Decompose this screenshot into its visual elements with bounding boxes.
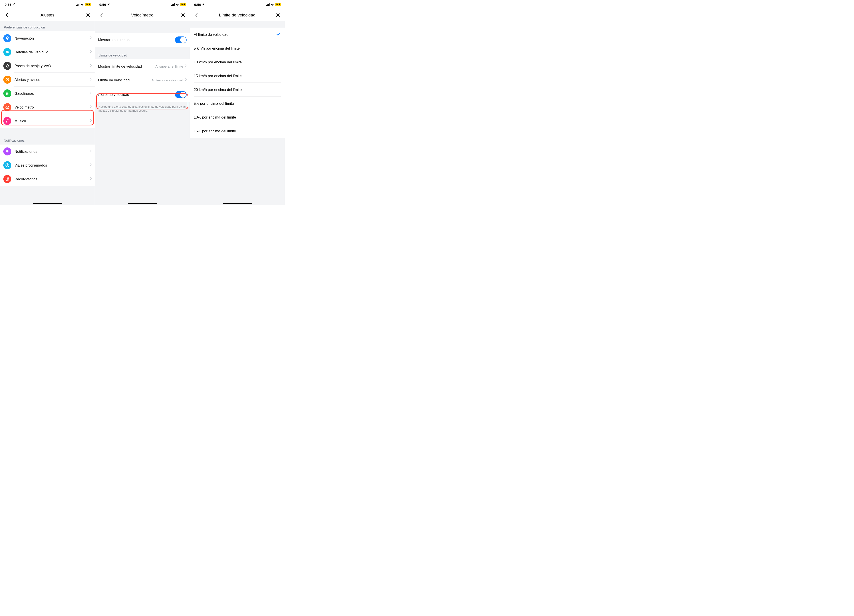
option-item[interactable]: 10 km/h por encima del límite: [190, 55, 285, 69]
location-icon: [202, 3, 204, 6]
clock-icon: [3, 161, 11, 169]
list-item[interactable]: Velocímetro: [0, 100, 95, 114]
option-label: 15 km/h por encima del límite: [194, 74, 242, 78]
chevron-right-icon: [90, 36, 92, 40]
chevron-right-icon: [90, 78, 92, 82]
row-value: Al límite de velocidad: [152, 78, 183, 82]
check-icon: [276, 32, 281, 37]
list-item-label: Navegación: [14, 36, 90, 40]
chevron-right-icon: [90, 177, 92, 181]
list-item-label: Detalles del vehículo: [14, 50, 90, 54]
toggle-show-on-map[interactable]: [175, 37, 187, 43]
gauge-icon: [3, 103, 11, 111]
chevron-right-icon: [185, 64, 187, 68]
diamond-icon: [3, 62, 11, 70]
back-button[interactable]: [3, 12, 11, 19]
wifi-icon: [80, 3, 84, 6]
option-label: 10% por encima del límite: [194, 115, 236, 119]
status-time: 9:56: [194, 3, 201, 6]
status-bar: 9:56 58: [0, 0, 95, 9]
map-icon: [3, 34, 11, 42]
nav-header: Ajustes: [0, 9, 95, 21]
close-button[interactable]: [274, 12, 282, 19]
bell-icon: [3, 148, 11, 156]
home-indicator[interactable]: [223, 203, 252, 204]
row-label: Alerta de velocidad: [98, 93, 175, 97]
screen-ajustes: 9:56 58 Ajustes Preferencias de conducci…: [0, 0, 95, 205]
list-item-label: Viajes programados: [14, 163, 90, 168]
svg-point-1: [7, 79, 8, 80]
section-header-driving: Preferencias de conducción: [0, 21, 95, 31]
chevron-right-icon: [90, 119, 92, 123]
battery-indicator: 58: [275, 3, 281, 6]
screen-limite: 9:56 58 Límite de velocidad Al límite de…: [190, 0, 285, 205]
list-item[interactable]: Detalles del vehículo: [0, 45, 95, 59]
option-label: Al límite de velocidad: [194, 32, 229, 37]
page-title: Límite de velocidad: [200, 13, 274, 18]
row-speed-alert[interactable]: Alerta de velocidad: [95, 87, 190, 102]
target-icon: [3, 76, 11, 84]
list-item[interactable]: Navegación: [0, 31, 95, 45]
list-item-label: Pases de peaje y VAO: [14, 64, 90, 68]
alarm-icon: [3, 175, 11, 183]
cellular-icon: [76, 3, 79, 6]
row-show-speed-limit[interactable]: Mostrar límite de velocidad Al superar e…: [95, 59, 190, 73]
fuel-icon: [3, 89, 11, 98]
option-item[interactable]: Al límite de velocidad: [190, 27, 285, 41]
battery-indicator: 58: [180, 3, 186, 6]
section-header-notifs: Notificaciones: [0, 134, 95, 145]
list-item[interactable]: Viajes programados: [0, 159, 95, 172]
nav-header: Límite de velocidad: [190, 9, 285, 21]
wifi-icon: [270, 3, 274, 6]
location-icon: [107, 3, 110, 6]
list-item-label: Velocímetro: [14, 105, 90, 110]
option-item[interactable]: 20 km/h por encima del límite: [190, 83, 285, 96]
page-title: Velocímetro: [105, 13, 180, 18]
section-header-limit: Límite de velocidad: [95, 47, 190, 59]
speed-limit-options: Al límite de velocidad5 km/h por encima …: [190, 27, 285, 138]
chevron-right-icon: [90, 105, 92, 109]
cellular-icon: [266, 3, 270, 6]
option-label: 15% por encima del límite: [194, 129, 236, 133]
chevron-right-icon: [90, 163, 92, 167]
row-label: Mostrar límite de velocidad: [98, 64, 156, 69]
list-item-label: Alertas y avisos: [14, 78, 90, 82]
notifications-list: NotificacionesViajes programadosRecordat…: [0, 145, 95, 186]
row-speed-limit-value[interactable]: Límite de velocidad Al límite de velocid…: [95, 73, 190, 87]
row-show-on-map[interactable]: Mostrar en el mapa: [95, 33, 190, 47]
back-button[interactable]: [98, 12, 105, 19]
list-item-label: Recordatorios: [14, 177, 90, 181]
status-time: 9:56: [5, 3, 11, 6]
footnote: Recibe una alerta cuando alcances el lím…: [95, 102, 190, 115]
list-item[interactable]: Alertas y avisos: [0, 73, 95, 87]
close-button[interactable]: [84, 12, 92, 19]
close-button[interactable]: [180, 12, 187, 19]
wifi-icon: [175, 3, 179, 6]
home-indicator[interactable]: [33, 203, 62, 204]
list-item[interactable]: Pases de peaje y VAO: [0, 59, 95, 73]
chevron-right-icon: [90, 64, 92, 68]
battery-indicator: 58: [85, 3, 91, 6]
chevron-right-icon: [90, 91, 92, 95]
option-item[interactable]: 15% por encima del límite: [190, 124, 285, 138]
home-indicator[interactable]: [128, 203, 157, 204]
toggle-speed-alert[interactable]: [175, 91, 187, 98]
option-item[interactable]: 5 km/h por encima del límite: [190, 41, 285, 55]
row-label: Límite de velocidad: [98, 78, 152, 82]
row-label: Mostrar en el mapa: [98, 38, 175, 42]
option-label: 5 km/h por encima del límite: [194, 46, 239, 50]
music-icon: [3, 117, 11, 125]
option-item[interactable]: 15 km/h por encima del límite: [190, 69, 285, 83]
page-title: Ajustes: [11, 13, 84, 18]
list-item[interactable]: Notificaciones: [0, 145, 95, 159]
list-item-label: Música: [14, 119, 90, 123]
list-item[interactable]: Recordatorios: [0, 172, 95, 186]
list-item[interactable]: Música: [0, 114, 95, 128]
chevron-right-icon: [90, 149, 92, 154]
list-item[interactable]: Gasolineras: [0, 87, 95, 100]
driving-prefs-list: NavegaciónDetalles del vehículoPases de …: [0, 31, 95, 128]
option-item[interactable]: 5% por encima del límite: [190, 96, 285, 110]
back-button[interactable]: [193, 12, 200, 19]
option-label: 5% por encima del límite: [194, 101, 234, 106]
option-item[interactable]: 10% por encima del límite: [190, 110, 285, 124]
